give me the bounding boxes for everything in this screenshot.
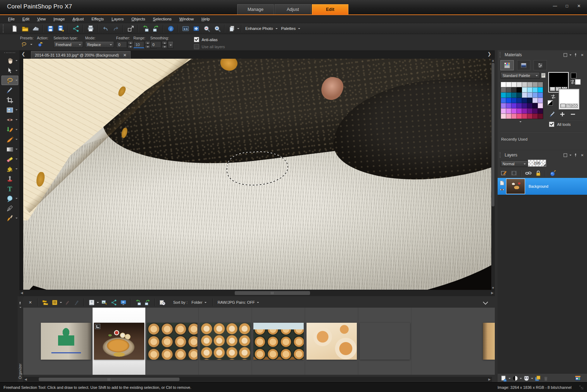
use-all-layers-checkbox[interactable] — [194, 44, 199, 49]
resize-button[interactable] — [125, 24, 136, 33]
scroll-right-icon[interactable]: ▶ — [491, 291, 494, 295]
organizer-tab-label[interactable]: Organizer — [18, 364, 22, 379]
zoom-in-button[interactable] — [212, 24, 222, 33]
color-swatch[interactable] — [522, 98, 527, 103]
layer-thumbnail[interactable] — [506, 179, 525, 194]
canvas-vertical-scrollbar[interactable]: ▲ ▼ — [491, 59, 495, 290]
folder-tree-icon[interactable] — [41, 298, 49, 307]
menu-objects[interactable]: Objects — [128, 16, 149, 22]
red-eye-tool[interactable] — [1, 105, 18, 115]
spin-up-icon[interactable] — [145, 41, 150, 45]
organizer-scroll-thumb[interactable] — [39, 378, 179, 381]
pin-icon[interactable] — [573, 153, 578, 158]
thumbnail-glazed-rolls-closeup[interactable] — [307, 323, 357, 360]
copy-special-button[interactable] — [227, 24, 237, 33]
mask-layer-icon[interactable] — [523, 375, 530, 382]
new-image-button[interactable] — [9, 24, 20, 33]
mask-icon[interactable] — [510, 169, 518, 177]
open-button[interactable] — [20, 24, 30, 33]
smoothing-slider-button[interactable] — [168, 41, 173, 49]
chevron-down-icon[interactable] — [560, 104, 566, 108]
layer-styles-icon[interactable] — [500, 169, 508, 177]
scroll-left-icon[interactable]: ◀ — [24, 378, 27, 381]
color-swatch[interactable] — [522, 108, 527, 114]
color-swatch[interactable] — [501, 87, 506, 92]
panel-frame-icon[interactable] — [563, 153, 568, 158]
color-swatch[interactable] — [517, 114, 522, 119]
color-swatch[interactable] — [527, 114, 532, 119]
menu-file[interactable]: File — [4, 16, 19, 22]
sliders-tab[interactable] — [534, 60, 547, 70]
feather-value[interactable]: 0 — [116, 41, 127, 48]
thumbnail-orange-rolls-closeup[interactable] — [360, 323, 410, 360]
color-swatch[interactable] — [527, 98, 532, 103]
color-swatch[interactable] — [538, 114, 543, 119]
zoom-out-button[interactable] — [201, 24, 212, 33]
warp-brush-tool[interactable] — [1, 213, 18, 223]
raw-jpg-select[interactable]: RAW/JPG Pairs: OFF — [216, 300, 260, 304]
remove-swatch-icon[interactable] — [569, 111, 576, 118]
document-tab[interactable]: 2014-05-31 13.49.10.jpg* @ 200% (Backgro… — [31, 51, 131, 59]
chevron-down-icon[interactable] — [569, 54, 572, 57]
spin-up-icon[interactable] — [128, 41, 133, 45]
swap-colors-icon[interactable] — [569, 78, 574, 83]
chevron-down-icon[interactable] — [520, 378, 522, 380]
color-swatch[interactable] — [517, 92, 522, 98]
action-icon[interactable] — [37, 41, 44, 47]
menu-selections[interactable]: Selections — [149, 16, 176, 22]
image-info-button[interactable]: i — [165, 24, 176, 33]
color-swatch[interactable] — [527, 103, 532, 108]
chevron-down-icon[interactable] — [15, 80, 18, 82]
color-swatch[interactable] — [522, 114, 527, 119]
collapse-organizer-icon[interactable] — [482, 300, 489, 305]
color-swatch[interactable] — [517, 103, 522, 108]
menu-effects[interactable]: Effects — [88, 16, 108, 22]
chevron-down-icon[interactable] — [15, 149, 18, 151]
color-swatch[interactable] — [532, 108, 538, 114]
thumbnail-cinnamon-rolls-pan-2[interactable] — [200, 323, 251, 360]
color-swatch[interactable] — [517, 98, 522, 103]
tab-scroll-left-icon[interactable]: ❮ — [21, 51, 25, 57]
blend-mode-select[interactable]: Normal — [500, 160, 528, 167]
chevron-down-icon[interactable] — [30, 44, 32, 46]
anti-alias-checkbox[interactable] — [194, 37, 199, 42]
retouch-tool[interactable] — [1, 125, 18, 134]
horizontal-scroll-thumb[interactable] — [235, 291, 310, 295]
color-swatch[interactable] — [522, 103, 527, 108]
delete-layer-icon[interactable] — [549, 169, 556, 177]
menu-layers[interactable]: Layers — [108, 16, 128, 22]
thumbnail-bread-partial[interactable] — [483, 323, 495, 360]
thumbnail-cell-selected[interactable] — [93, 308, 146, 375]
slideshow-icon[interactable] — [119, 298, 127, 307]
close-icon[interactable]: ✕ — [580, 52, 585, 58]
scroll-up-icon[interactable]: ▲ — [491, 59, 495, 62]
color-swatch[interactable] — [538, 87, 543, 92]
chevron-down-icon[interactable] — [15, 70, 18, 72]
layer-row-background[interactable]: Background — [498, 178, 587, 195]
print-button[interactable] — [85, 24, 96, 33]
color-swatch[interactable] — [527, 82, 532, 87]
pick-tool[interactable] — [1, 66, 18, 75]
tab-edit[interactable]: Edit — [312, 4, 348, 14]
toolbar-grip[interactable] — [3, 24, 6, 33]
minimize-button[interactable]: — — [550, 3, 560, 9]
pen-tool[interactable] — [1, 204, 18, 213]
color-swatch[interactable] — [506, 108, 511, 114]
thumbnail-cell[interactable] — [252, 308, 305, 375]
pin-icon[interactable] — [573, 52, 578, 58]
menu-edit[interactable]: Edit — [19, 16, 33, 22]
menu-image[interactable]: Image — [50, 16, 69, 22]
gradient-tab[interactable] — [517, 60, 530, 70]
color-swatch[interactable] — [501, 92, 506, 98]
transparent-toggle-icon[interactable] — [572, 104, 578, 108]
chevron-down-icon[interactable] — [237, 28, 239, 30]
chevron-down-icon[interactable] — [15, 218, 18, 220]
color-swatch[interactable] — [506, 87, 511, 92]
thumbnail-cell[interactable] — [358, 308, 411, 375]
scan-button[interactable] — [30, 24, 41, 33]
thumbnail-breakfast-plate[interactable] — [94, 323, 144, 360]
gradient-tool[interactable] — [1, 144, 18, 154]
color-swatch[interactable] — [511, 98, 517, 103]
all-tools-checkbox[interactable] — [549, 122, 554, 127]
panel-grip[interactable] — [500, 152, 502, 158]
